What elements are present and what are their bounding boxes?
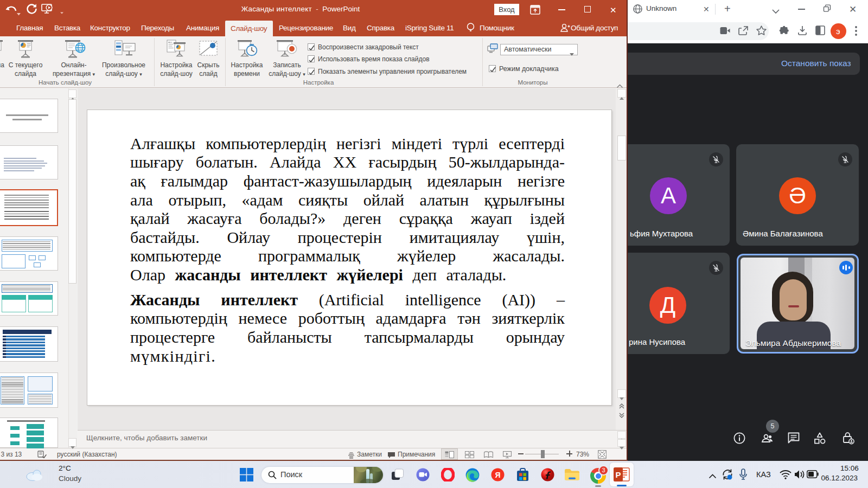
svg-text:Я: Я [495,471,500,479]
svg-text:P: P [615,470,621,479]
